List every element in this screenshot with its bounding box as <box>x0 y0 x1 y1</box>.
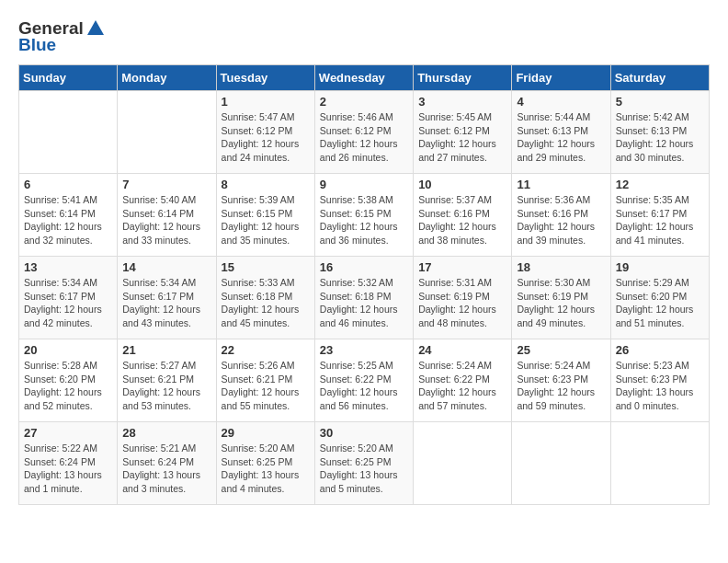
day-info: Sunrise: 5:38 AMSunset: 6:15 PMDaylight:… <box>320 193 408 247</box>
day-info: Sunrise: 5:29 AMSunset: 6:20 PMDaylight:… <box>616 276 704 330</box>
week-row-1: 1Sunrise: 5:47 AMSunset: 6:12 PMDaylight… <box>19 91 710 174</box>
day-number: 27 <box>24 426 112 440</box>
day-info: Sunrise: 5:47 AMSunset: 6:12 PMDaylight:… <box>222 110 310 165</box>
week-row-3: 13Sunrise: 5:34 AMSunset: 6:17 PMDayligh… <box>19 257 710 339</box>
day-info: Sunrise: 5:20 AMSunset: 6:25 PMDaylight:… <box>320 442 408 496</box>
calendar-cell: 4Sunrise: 5:44 AMSunset: 6:13 PMDaylight… <box>512 91 610 174</box>
day-number: 12 <box>616 178 704 191</box>
weekday-header-thursday: Thursday <box>414 65 512 91</box>
logo-blue-text: Blue <box>18 35 56 55</box>
calendar-cell: 1Sunrise: 5:47 AMSunset: 6:12 PMDaylight… <box>216 91 314 174</box>
day-info: Sunrise: 5:36 AMSunset: 6:16 PMDaylight:… <box>517 193 605 247</box>
day-info: Sunrise: 5:40 AMSunset: 6:14 PMDaylight:… <box>122 193 210 247</box>
day-number: 17 <box>418 260 506 274</box>
calendar-cell: 9Sunrise: 5:38 AMSunset: 6:15 PMDaylight… <box>314 174 413 257</box>
day-info: Sunrise: 5:34 AMSunset: 6:17 PMDaylight:… <box>24 276 112 330</box>
day-number: 6 <box>24 178 112 191</box>
logo: General Blue <box>18 18 106 55</box>
day-number: 23 <box>320 343 408 357</box>
calendar-cell: 26Sunrise: 5:23 AMSunset: 6:23 PMDayligh… <box>610 339 709 422</box>
day-number: 25 <box>517 343 605 357</box>
day-number: 1 <box>222 95 310 109</box>
calendar-cell: 27Sunrise: 5:22 AMSunset: 6:24 PMDayligh… <box>19 422 118 505</box>
calendar-cell: 19Sunrise: 5:29 AMSunset: 6:20 PMDayligh… <box>610 257 709 339</box>
day-info: Sunrise: 5:41 AMSunset: 6:14 PMDaylight:… <box>24 193 112 247</box>
calendar-cell: 29Sunrise: 5:20 AMSunset: 6:25 PMDayligh… <box>216 422 314 505</box>
weekday-header-friday: Friday <box>512 65 610 91</box>
day-number: 2 <box>320 95 408 109</box>
calendar-cell: 6Sunrise: 5:41 AMSunset: 6:14 PMDaylight… <box>19 174 118 257</box>
calendar-cell: 12Sunrise: 5:35 AMSunset: 6:17 PMDayligh… <box>610 174 709 257</box>
calendar-cell: 10Sunrise: 5:37 AMSunset: 6:16 PMDayligh… <box>414 174 512 257</box>
week-row-2: 6Sunrise: 5:41 AMSunset: 6:14 PMDaylight… <box>19 174 710 257</box>
day-number: 22 <box>222 343 310 357</box>
day-number: 9 <box>320 178 408 191</box>
day-number: 16 <box>320 260 408 274</box>
calendar-cell <box>118 91 216 174</box>
day-info: Sunrise: 5:35 AMSunset: 6:17 PMDaylight:… <box>616 193 704 247</box>
day-info: Sunrise: 5:24 AMSunset: 6:22 PMDaylight:… <box>418 359 506 413</box>
calendar-cell: 7Sunrise: 5:40 AMSunset: 6:14 PMDaylight… <box>118 174 216 257</box>
day-number: 21 <box>122 343 210 357</box>
day-number: 13 <box>24 260 112 274</box>
day-number: 18 <box>517 260 605 274</box>
day-info: Sunrise: 5:21 AMSunset: 6:24 PMDaylight:… <box>122 442 210 496</box>
calendar-table: SundayMondayTuesdayWednesdayThursdayFrid… <box>18 64 710 505</box>
calendar-cell: 2Sunrise: 5:46 AMSunset: 6:12 PMDaylight… <box>314 91 413 174</box>
calendar-cell <box>610 422 709 505</box>
day-info: Sunrise: 5:23 AMSunset: 6:23 PMDaylight:… <box>616 359 704 413</box>
day-info: Sunrise: 5:44 AMSunset: 6:13 PMDaylight:… <box>517 110 605 165</box>
calendar-cell: 24Sunrise: 5:24 AMSunset: 6:22 PMDayligh… <box>414 339 512 422</box>
day-info: Sunrise: 5:45 AMSunset: 6:12 PMDaylight:… <box>418 110 506 165</box>
calendar-cell: 8Sunrise: 5:39 AMSunset: 6:15 PMDaylight… <box>216 174 314 257</box>
day-number: 8 <box>222 178 310 191</box>
calendar-cell: 17Sunrise: 5:31 AMSunset: 6:19 PMDayligh… <box>414 257 512 339</box>
day-number: 14 <box>122 260 210 274</box>
calendar-cell: 20Sunrise: 5:28 AMSunset: 6:20 PMDayligh… <box>19 339 118 422</box>
weekday-header-saturday: Saturday <box>610 65 709 91</box>
day-info: Sunrise: 5:25 AMSunset: 6:22 PMDaylight:… <box>320 359 408 413</box>
weekday-header-sunday: Sunday <box>19 65 118 91</box>
calendar-cell: 5Sunrise: 5:42 AMSunset: 6:13 PMDaylight… <box>610 91 709 174</box>
calendar-cell: 16Sunrise: 5:32 AMSunset: 6:18 PMDayligh… <box>314 257 413 339</box>
weekday-header-tuesday: Tuesday <box>216 65 314 91</box>
weekday-header-row: SundayMondayTuesdayWednesdayThursdayFrid… <box>19 65 710 91</box>
calendar-cell <box>414 422 512 505</box>
calendar-cell: 11Sunrise: 5:36 AMSunset: 6:16 PMDayligh… <box>512 174 610 257</box>
day-number: 20 <box>24 343 112 357</box>
calendar-cell: 21Sunrise: 5:27 AMSunset: 6:21 PMDayligh… <box>118 339 216 422</box>
week-row-4: 20Sunrise: 5:28 AMSunset: 6:20 PMDayligh… <box>19 339 710 422</box>
day-info: Sunrise: 5:33 AMSunset: 6:18 PMDaylight:… <box>222 276 310 330</box>
day-info: Sunrise: 5:28 AMSunset: 6:20 PMDaylight:… <box>24 359 112 413</box>
day-number: 30 <box>320 426 408 440</box>
header: General Blue <box>18 18 710 55</box>
calendar-cell: 30Sunrise: 5:20 AMSunset: 6:25 PMDayligh… <box>314 422 413 505</box>
day-info: Sunrise: 5:20 AMSunset: 6:25 PMDaylight:… <box>222 442 310 496</box>
week-row-5: 27Sunrise: 5:22 AMSunset: 6:24 PMDayligh… <box>19 422 710 505</box>
day-info: Sunrise: 5:22 AMSunset: 6:24 PMDaylight:… <box>24 442 112 496</box>
day-info: Sunrise: 5:24 AMSunset: 6:23 PMDaylight:… <box>517 359 605 413</box>
calendar-cell <box>19 91 118 174</box>
day-info: Sunrise: 5:27 AMSunset: 6:21 PMDaylight:… <box>122 359 210 413</box>
day-number: 28 <box>122 426 210 440</box>
day-info: Sunrise: 5:31 AMSunset: 6:19 PMDaylight:… <box>418 276 506 330</box>
calendar-cell: 13Sunrise: 5:34 AMSunset: 6:17 PMDayligh… <box>19 257 118 339</box>
day-number: 15 <box>222 260 310 274</box>
calendar-cell: 25Sunrise: 5:24 AMSunset: 6:23 PMDayligh… <box>512 339 610 422</box>
weekday-header-monday: Monday <box>118 65 216 91</box>
day-info: Sunrise: 5:39 AMSunset: 6:15 PMDaylight:… <box>222 193 310 247</box>
day-number: 4 <box>517 95 605 109</box>
day-number: 29 <box>222 426 310 440</box>
day-info: Sunrise: 5:37 AMSunset: 6:16 PMDaylight:… <box>418 193 506 247</box>
day-number: 11 <box>517 178 605 191</box>
calendar-cell: 28Sunrise: 5:21 AMSunset: 6:24 PMDayligh… <box>118 422 216 505</box>
day-number: 24 <box>418 343 506 357</box>
weekday-header-wednesday: Wednesday <box>314 65 413 91</box>
calendar-cell: 23Sunrise: 5:25 AMSunset: 6:22 PMDayligh… <box>314 339 413 422</box>
day-number: 3 <box>418 95 506 109</box>
calendar-cell: 22Sunrise: 5:26 AMSunset: 6:21 PMDayligh… <box>216 339 314 422</box>
calendar-cell: 18Sunrise: 5:30 AMSunset: 6:19 PMDayligh… <box>512 257 610 339</box>
day-info: Sunrise: 5:42 AMSunset: 6:13 PMDaylight:… <box>616 110 704 165</box>
day-info: Sunrise: 5:32 AMSunset: 6:18 PMDaylight:… <box>320 276 408 330</box>
calendar-cell: 3Sunrise: 5:45 AMSunset: 6:12 PMDaylight… <box>414 91 512 174</box>
